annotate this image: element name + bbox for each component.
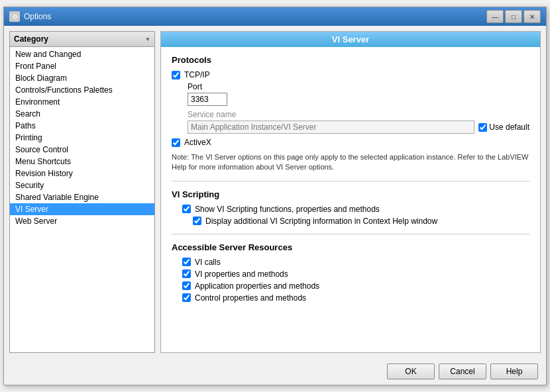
- tcpip-row: TCP/IP: [172, 70, 529, 79]
- sidebar-item-controls-functions-palettes[interactable]: Controls/Functions Palettes: [10, 84, 154, 96]
- divider-1: [172, 181, 529, 181]
- accessible-item-0: VI calls: [182, 258, 529, 267]
- accessible-item-3: Control properties and methods: [182, 293, 529, 303]
- tcpip-label: TCP/IP: [184, 70, 210, 79]
- service-name-row: Use default: [188, 121, 529, 134]
- accessible-server-section-title: Accessible Server Resources: [172, 242, 529, 252]
- vi-scripting-section-title: VI Scripting: [172, 189, 529, 199]
- vi-scripting-checkbox-0[interactable]: [182, 205, 191, 213]
- sidebar-item-shared-variable-engine[interactable]: Shared Variable Engine: [10, 191, 154, 203]
- sidebar-item-vi-server[interactable]: VI Server: [10, 203, 154, 215]
- sidebar-item-security[interactable]: Security: [10, 179, 154, 191]
- tcpip-checkbox[interactable]: [172, 71, 180, 79]
- accessible-checkbox-0[interactable]: [182, 258, 191, 266]
- accessible-label-2: Application properties and methods: [195, 281, 319, 291]
- activex-checkbox[interactable]: [172, 138, 180, 147]
- category-header: Category ▼: [10, 32, 154, 47]
- vi-scripting-item-0: Show VI Scripting functions, properties …: [182, 205, 529, 214]
- help-button[interactable]: Help: [490, 364, 538, 379]
- right-panel-header: VI Server: [161, 32, 540, 47]
- service-name-section: Service name Use default: [188, 110, 529, 134]
- accessible-checkbox-3[interactable]: [182, 293, 191, 302]
- accessible-item-2: Application properties and methods: [182, 281, 529, 291]
- close-button[interactable]: ✕: [523, 10, 541, 23]
- port-input[interactable]: [188, 93, 227, 106]
- port-label: Port: [188, 82, 529, 91]
- window-title: Options: [24, 12, 51, 21]
- sidebar-item-search[interactable]: Search: [10, 108, 154, 120]
- left-panel: Category ▼ New and Changed Front Panel B…: [9, 31, 155, 353]
- activex-row: ActiveX: [172, 138, 529, 147]
- vi-scripting-item-1: Display additional VI Scripting informat…: [193, 217, 529, 226]
- right-panel-content[interactable]: Protocols TCP/IP Port Service name: [161, 47, 540, 352]
- content-area: Category ▼ New and Changed Front Panel B…: [4, 26, 546, 358]
- vi-scripting-label-0: Show VI Scripting functions, properties …: [195, 205, 380, 214]
- title-bar: ⚙ Options — □ ✕: [4, 7, 546, 26]
- sidebar-item-environment[interactable]: Environment: [10, 96, 154, 108]
- divider-2: [172, 234, 529, 234]
- options-window: ⚙ Options — □ ✕ Category ▼ New and Chang…: [3, 7, 547, 385]
- accessible-label-0: VI calls: [195, 258, 221, 267]
- protocols-note: Note: The VI Server options on this page…: [172, 152, 529, 173]
- accessible-item-1: VI properties and methods: [182, 270, 529, 279]
- accessible-label-1: VI properties and methods: [195, 270, 288, 279]
- sidebar-item-front-panel[interactable]: Front Panel: [10, 60, 154, 72]
- sidebar-item-revision-history[interactable]: Revision History: [10, 168, 154, 179]
- service-name-input[interactable]: [188, 121, 474, 134]
- use-default-row: Use default: [478, 122, 529, 132]
- category-list[interactable]: New and Changed Front Panel Block Diagra…: [10, 47, 154, 352]
- service-name-label: Service name: [188, 110, 529, 119]
- category-label: Category: [14, 34, 48, 44]
- use-default-label: Use default: [489, 122, 529, 132]
- sidebar-item-source-control[interactable]: Source Control: [10, 144, 154, 156]
- title-controls: — □ ✕: [486, 10, 541, 23]
- title-bar-left: ⚙ Options: [9, 11, 51, 22]
- vi-scripting-checkbox-1[interactable]: [193, 217, 201, 225]
- use-default-checkbox[interactable]: [478, 123, 487, 132]
- sidebar-item-printing[interactable]: Printing: [10, 132, 154, 144]
- activex-label: ActiveX: [184, 138, 211, 147]
- sidebar-item-block-diagram[interactable]: Block Diagram: [10, 72, 154, 84]
- sidebar-item-menu-shortcuts[interactable]: Menu Shortcuts: [10, 156, 154, 168]
- accessible-checkbox-2[interactable]: [182, 281, 191, 290]
- dropdown-arrow-icon: ▼: [145, 36, 150, 42]
- accessible-label-3: Control properties and methods: [195, 293, 306, 303]
- sidebar-item-web-server[interactable]: Web Server: [10, 215, 154, 227]
- maximize-button[interactable]: □: [505, 10, 522, 23]
- port-section: Port: [188, 82, 529, 106]
- sidebar-item-paths[interactable]: Paths: [10, 120, 154, 132]
- cancel-button[interactable]: Cancel: [439, 364, 486, 379]
- minimize-button[interactable]: —: [486, 10, 504, 23]
- window-icon: ⚙: [9, 11, 20, 22]
- bottom-bar: OK Cancel Help: [4, 358, 546, 385]
- right-panel: VI Server Protocols TCP/IP Port Service …: [160, 31, 541, 353]
- ok-button[interactable]: OK: [387, 364, 435, 379]
- accessible-checkbox-1[interactable]: [182, 270, 191, 278]
- sidebar-item-new-and-changed[interactable]: New and Changed: [10, 48, 154, 60]
- vi-scripting-label-1: Display additional VI Scripting informat…: [205, 217, 437, 226]
- protocols-section-title: Protocols: [172, 55, 529, 65]
